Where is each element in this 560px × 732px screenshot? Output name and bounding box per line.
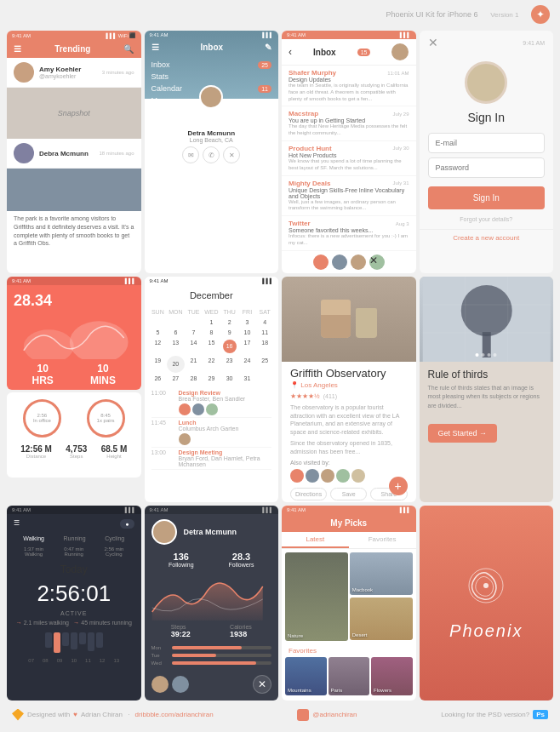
message-item-2[interactable]: Macstrap July 29 You are up in Getting S… (282, 106, 416, 141)
msg4-time: July 31 (392, 180, 409, 186)
website-link[interactable]: dribbble.com/adrianchiran (135, 711, 214, 718)
tab-favorites[interactable]: Favorites (349, 532, 416, 548)
griffith-image (282, 277, 416, 362)
metric-height: 68.5 M Height (101, 444, 128, 459)
msg4-subject: Unique Design Skills-Free Inline Vocabul… (289, 187, 409, 199)
footer-right: Looking for the PSD version? Ps (441, 710, 548, 719)
cal-agenda: 11:00 Design Review Brea Foster, Ben San… (145, 385, 279, 473)
social-handle[interactable]: @adrianchiran (312, 711, 357, 718)
create-account-link[interactable]: Create a new account (420, 229, 554, 246)
heart-icon: ♥ (73, 711, 77, 718)
pc-bars: Mon Tue Wed (145, 642, 279, 672)
activity-toggle[interactable]: ● (120, 519, 134, 529)
visitor-1 (290, 469, 304, 483)
stat-mins: 10 MINS (90, 363, 116, 386)
email-field[interactable] (428, 133, 546, 153)
griffith-open: Since the observatory opened in 1835, ad… (282, 439, 416, 456)
messages-back-icon[interactable]: ‹ (289, 46, 292, 58)
rule-dot-3 (488, 353, 491, 357)
signin-button[interactable]: Sign In (428, 186, 546, 209)
inbox-menu-inbox[interactable]: Inbox 25 (151, 59, 272, 71)
visitor-2 (306, 469, 319, 483)
close-circle-icon[interactable]: ✕ (369, 254, 385, 270)
avatar-amy (14, 62, 34, 83)
svg-point-3 (460, 285, 511, 336)
rule-text: The rule of thirds states that an image … (428, 384, 546, 411)
img-label: Snapshot (58, 109, 90, 117)
action-phone-icon[interactable]: ✆ (203, 146, 220, 163)
message-item-3[interactable]: Product Hunt July 30 Hot New Products We… (282, 141, 416, 176)
cal-event-3[interactable]: 13:00 Design Meeting Bryan Ford, Dan Ham… (151, 448, 272, 470)
stat-cycling-time: 2:56 min Cycling (104, 546, 123, 557)
profile-avatar (199, 85, 223, 109)
stats-chart (7, 317, 141, 359)
pc-close-btn[interactable]: ✕ (253, 675, 271, 694)
event2-avatar-1 (179, 433, 191, 445)
tab-latest[interactable]: Latest (282, 532, 349, 548)
picks-cell-2[interactable]: Macbook (350, 552, 413, 595)
pc-numbers: Steps 39:22 Calories 1938 (145, 620, 279, 642)
msg-avatar-1 (313, 254, 329, 270)
metric-distance: 12:56 M Distance (20, 444, 52, 459)
password-field[interactable] (428, 157, 546, 178)
save-button[interactable]: Save (330, 488, 367, 500)
pc-bottom-row: ✕ (145, 672, 279, 697)
forgot-link[interactable]: Forgot your details? (420, 214, 554, 225)
user1-time: 3 minutes ago (102, 70, 134, 75)
get-started-button[interactable]: Get Started → (428, 424, 498, 443)
message-item-1[interactable]: Shafer Murphy 11:01 AM Design Updates th… (282, 66, 416, 106)
messages-status-bar: 9:41 AM ▌▌▌ (282, 31, 416, 39)
avatar-debra (14, 143, 34, 163)
activity-modes: Walking Running Cycling (7, 534, 141, 543)
griffith-rating: ★★★★½ (411) (282, 392, 416, 403)
directions-button[interactable]: Directions (290, 488, 327, 500)
cal-event-2[interactable]: 11:45 Lunch Columbus Arch Garten (151, 418, 272, 448)
message-item-4[interactable]: Mighty Deals July 31 Unique Design Skill… (282, 176, 416, 217)
inbox-back-icon[interactable]: ☰ (151, 43, 159, 52)
trending-desc: The park is a favorite among visitors to… (7, 211, 141, 251)
trending-search-icon[interactable]: 🔍 (123, 44, 134, 54)
screen-activity: 9:41 AM ▌▌▌ ☰ ● Walking Running Cycling … (7, 506, 141, 701)
action-message-icon[interactable]: ✉ (182, 146, 199, 163)
pc-num-1: Steps 39:22 (171, 624, 191, 638)
message-item-5[interactable]: Twitter Aug 3 Someone favorited this wee… (282, 216, 416, 251)
action-close-icon[interactable]: ✕ (223, 146, 240, 163)
picks-fav-3[interactable]: Flowers (371, 657, 413, 695)
msg5-sender: Twitter (289, 220, 311, 227)
trending-header: ☰ Trending 🔍 (7, 40, 141, 58)
hamburger-icon[interactable]: ☰ (14, 44, 21, 54)
cal-today[interactable]: 16 (221, 338, 238, 355)
mode-running[interactable]: Running (64, 535, 86, 541)
signin-back-icon[interactable]: ✕ (428, 36, 438, 49)
inbox-edit-icon[interactable]: ✎ (265, 43, 271, 52)
add-button[interactable]: + (389, 477, 408, 495)
picks-fav-1[interactable]: Mountains (285, 657, 327, 695)
activity-header: ☰ ● (7, 514, 141, 534)
event1-avatar-3 (206, 403, 218, 415)
inbox-title: Inbox (200, 43, 223, 52)
inbox-menu-stats[interactable]: Stats (151, 71, 272, 83)
cal-event-1[interactable]: 11:00 Design Review Brea Foster, Ben San… (151, 388, 272, 418)
activity-menu-icon[interactable]: ☰ (14, 519, 20, 529)
screen-messages: 9:41 AM ▌▌▌ ‹ Inbox 15 Shafer Murphy 11:… (282, 31, 416, 273)
stats-numbers: 10 HRS 10 MINS (7, 359, 141, 390)
profile-location: Long Beach, CA (145, 137, 279, 143)
picks-cell-1[interactable]: Nature (285, 552, 348, 641)
bar-2 (54, 632, 60, 653)
stats-status-bar: 9:41 AM ▌▌▌ (7, 277, 141, 285)
screen-stats-bottom: 2:56 In office 8:45 1x pairs 12:56 M Dis… (7, 392, 141, 478)
trending-item-2: Debra Mcmunn 18 minutes ago (7, 139, 141, 169)
picks-grid: Nature Macbook Desert (282, 549, 416, 644)
photoshop-icon[interactable]: Ps (533, 710, 548, 719)
picks-fav-2[interactable]: Paris (329, 657, 370, 695)
msg4-sender: Mighty Deals (289, 180, 330, 187)
msg3-subject: Hot New Products (289, 152, 409, 158)
favorites-label: Favorites (282, 644, 416, 657)
visitor-5 (351, 469, 365, 483)
stat-mins-val: 10 (90, 363, 116, 375)
mode-walking[interactable]: Walking (23, 535, 44, 541)
bar-6 (88, 632, 94, 651)
picks-cell-3[interactable]: Desert (350, 598, 413, 640)
mode-cycling[interactable]: Cycling (105, 535, 124, 541)
bar-4 (71, 632, 77, 649)
